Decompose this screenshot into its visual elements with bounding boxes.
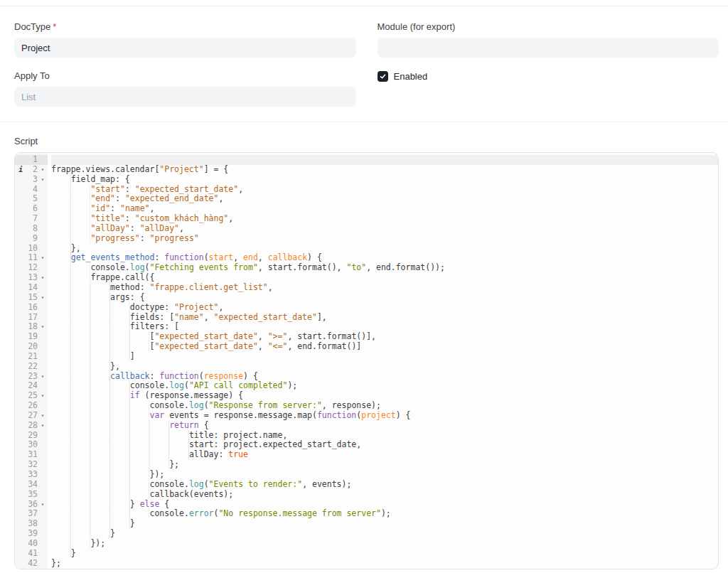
code-token: "progress"	[90, 233, 139, 243]
apply-to-input[interactable]	[14, 87, 356, 107]
code-token: "allDay"	[140, 223, 179, 233]
line-number: 15	[15, 293, 38, 303]
code-line: get_events_method: function(start, end, …	[51, 253, 718, 263]
fold-toggle-icon[interactable]: ▾	[38, 293, 48, 303]
code-token	[51, 371, 110, 381]
code-token	[51, 390, 130, 400]
code-token: fields: [	[130, 312, 174, 322]
fold-toggle-icon[interactable]: ▾	[38, 421, 48, 431]
code-token: "expected_start_date"	[135, 184, 238, 194]
code-line: ["expected_start_date", ">=", start.form…	[51, 332, 718, 342]
line-number: 18	[15, 322, 38, 332]
gutter-line: 38	[15, 519, 48, 529]
gutter-line: 37	[15, 509, 48, 519]
fold-toggle-icon[interactable]: ▾	[38, 273, 48, 283]
code-line: "progress": "progress"	[51, 234, 718, 244]
gutter-line: 35	[15, 490, 48, 500]
code-token	[51, 223, 90, 233]
code-token: , events);	[302, 479, 351, 489]
form-fields-section: DocType* Module (for export) Apply To En…	[0, 6, 728, 107]
code-token: "Response from server:"	[209, 400, 322, 410]
gutter-line: 39	[15, 529, 48, 539]
code-token	[51, 479, 149, 489]
line-number: 40	[15, 539, 38, 549]
gutter-line: 32	[15, 460, 48, 470]
line-number: 11	[15, 253, 38, 263]
doctype-input[interactable]	[14, 38, 356, 58]
code-token: events = response.message.map(	[164, 410, 317, 420]
module-input[interactable]	[378, 38, 719, 58]
code-token: callback(events);	[149, 489, 233, 499]
code-token: );	[287, 380, 297, 390]
code-token: ,	[218, 302, 223, 312]
gutter-line: 8	[15, 224, 48, 234]
code-token: "allDay"	[90, 223, 129, 233]
code-token: ,	[204, 312, 214, 322]
apply-to-label: Apply To	[14, 70, 356, 82]
code-token: callback	[110, 371, 149, 381]
code-line: },	[51, 362, 718, 372]
code-line: console.log("Response from server:", res…	[51, 401, 718, 411]
code-token: frappe.views.calendar[	[51, 164, 159, 174]
fold-toggle-icon[interactable]: ▾	[38, 391, 48, 401]
gutter-line: 42	[15, 559, 48, 569]
code-token: "name"	[120, 203, 150, 213]
gutter-line: i2▾	[15, 165, 48, 175]
code-token: }	[130, 518, 135, 528]
module-label: Module (for export)	[378, 21, 719, 33]
code-token: "name"	[174, 312, 204, 322]
code-line: } else {	[51, 500, 718, 510]
line-number: 6	[15, 204, 38, 214]
code-line: "allDay": "allDay",	[51, 224, 718, 234]
fold-toggle-icon[interactable]: ▾	[38, 175, 48, 185]
line-number: 37	[15, 509, 38, 519]
fold-toggle-icon[interactable]: ▾	[38, 500, 48, 510]
code-token: ) {	[243, 371, 258, 381]
code-token: log	[169, 380, 184, 390]
code-token	[51, 459, 169, 469]
field-module: Module (for export)	[378, 21, 719, 58]
fold-toggle-icon[interactable]: ▾	[38, 372, 48, 382]
line-number: 16	[15, 303, 38, 313]
code-token: function	[159, 371, 198, 381]
code-token: callback	[268, 252, 307, 262]
code-editor[interactable]: 1i2▾3▾4567891011▾1213▾1415▾161718▾192021…	[14, 152, 719, 569]
gutter-line: 17	[15, 313, 48, 323]
code-token: :	[110, 203, 120, 213]
annotation-info-icon: i	[18, 165, 23, 175]
line-number: 28	[15, 421, 38, 431]
fold-toggle-icon[interactable]: ▾	[38, 322, 48, 332]
code-token: (	[204, 400, 209, 410]
code-token	[51, 302, 130, 312]
code-line: }	[51, 519, 718, 529]
code-line: };	[51, 559, 718, 569]
enabled-checkbox[interactable]	[378, 71, 388, 82]
gutter-line: 30	[15, 440, 48, 450]
gutter-line: 20	[15, 342, 48, 352]
fold-toggle-icon[interactable]: ▾	[38, 411, 48, 421]
gutter-line: 3▾	[15, 175, 48, 185]
doctype-label: DocType*	[14, 21, 356, 33]
code-token: log	[189, 400, 204, 410]
code-token: :	[149, 371, 159, 381]
gutter-line: 11▾	[15, 253, 48, 263]
code-token: ,	[179, 223, 184, 233]
gutter-line: 19	[15, 332, 48, 342]
code-token: var	[149, 410, 164, 420]
line-number: 30	[15, 440, 38, 450]
gutter-line: 40	[15, 539, 48, 549]
code-token	[51, 518, 130, 528]
code-token: title: project.name,	[189, 430, 287, 440]
code-line: doctype: "Project",	[51, 303, 718, 313]
code-token: console.	[130, 380, 169, 390]
code-token	[51, 361, 110, 371]
fold-toggle-icon[interactable]: ▾	[38, 165, 48, 175]
code-token	[51, 213, 90, 223]
code-token	[51, 508, 149, 518]
line-number: 24	[15, 381, 38, 391]
code-line: ]	[51, 352, 718, 362]
code-token: filters: [	[130, 321, 179, 331]
line-number: 13	[15, 273, 38, 283]
fold-toggle-icon[interactable]: ▾	[38, 253, 48, 263]
editor-code[interactable]: frappe.views.calendar["Project"] = { fie…	[48, 153, 718, 569]
